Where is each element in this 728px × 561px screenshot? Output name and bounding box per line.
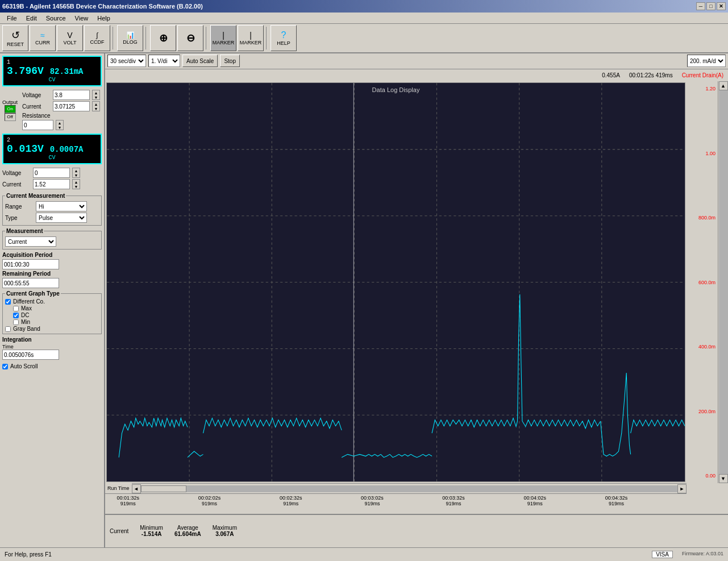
main-layout: 1 3.796V 82.31mA CV Output On Off Voltag… <box>0 53 728 547</box>
ch1-voltage-up[interactable]: ▲ <box>93 90 99 95</box>
max-checkbox[interactable] <box>13 306 19 311</box>
ch2-mode: CV <box>7 155 97 161</box>
ch2-current-input[interactable] <box>33 179 70 189</box>
menu-source[interactable]: Source <box>41 14 70 23</box>
ch1-resistance-spinner[interactable]: ▲ ▼ <box>56 120 64 130</box>
zoom-in-button[interactable]: ⊕ <box>150 25 176 51</box>
ch1-voltage-spinner[interactable]: ▲ ▼ <box>92 90 100 100</box>
chart-title: Data Log Display <box>372 86 420 93</box>
maximize-button[interactable]: □ <box>706 2 715 10</box>
h-scroll-bar[interactable]: ◄ ► <box>132 483 687 493</box>
scroll-down-button[interactable]: ▼ <box>719 474 728 483</box>
ch1-current-up[interactable]: ▲ <box>93 102 99 106</box>
maximum-value: 3.067A <box>215 531 234 537</box>
y-label-4: 400.0m <box>698 344 715 350</box>
maximum-stat: Maximum 3.067A <box>213 525 237 537</box>
min-checkbox[interactable] <box>13 319 19 325</box>
time-label-2: 00:02:32s919ms <box>280 495 302 506</box>
scroll-track-h[interactable] <box>141 485 677 492</box>
y-label-0: 1.20 <box>705 86 715 92</box>
measurement-title: Measurement <box>5 228 44 234</box>
ch1-controls: Output On Off Voltage ▲ ▼ Current <box>2 89 102 131</box>
ch2-voltage-input[interactable] <box>33 168 70 178</box>
time-label-0: 00:01:32s919ms <box>117 495 139 506</box>
menu-help[interactable]: Help <box>93 14 115 23</box>
zoom-out-button[interactable]: ⊖ <box>177 25 203 51</box>
dc-checkbox[interactable] <box>13 313 19 318</box>
ch2-voltage-spinner[interactable]: ▲ ▼ <box>72 168 80 178</box>
ch2-current-up[interactable]: ▲ <box>73 180 80 184</box>
measurement-select[interactable]: Current Voltage <box>5 236 56 247</box>
y-axis-labels: 1.20 1.00 800.0m 600.0m 400.0m 200.0m 0.… <box>687 81 718 483</box>
ch2-voltage-up[interactable]: ▲ <box>73 168 80 173</box>
min-label: Min <box>21 319 30 325</box>
voltage-label: Voltage <box>22 92 51 98</box>
menu-edit[interactable]: Edit <box>22 14 41 23</box>
y-scale-select[interactable]: 200. mA/d 100. mA/d <box>687 55 726 67</box>
close-button[interactable]: ✕ <box>717 2 726 10</box>
ccdf-button[interactable]: ∫ CCDF <box>84 25 110 51</box>
minimize-button[interactable]: ─ <box>696 2 705 10</box>
volt-button[interactable]: V VOLT <box>57 25 83 51</box>
ch1-resistance-up[interactable]: ▲ <box>56 120 63 125</box>
scroll-up-button[interactable]: ▲ <box>719 81 728 90</box>
channel1-display: 1 3.796V 82.31mA CV <box>2 56 102 86</box>
reset-button[interactable]: ↺ RESET <box>2 25 28 51</box>
range-label: Range <box>5 203 34 210</box>
marker2-button[interactable]: | MARKER <box>238 25 264 51</box>
chart-wrapper: Data Log Display <box>105 81 728 483</box>
ch1-mode: CV <box>7 77 97 83</box>
scroll-left-button[interactable]: ◄ <box>132 484 141 493</box>
ch1-on-button[interactable]: On <box>5 105 16 113</box>
ch1-current-down[interactable]: ▼ <box>93 106 99 111</box>
ch1-resistance-input[interactable] <box>22 120 53 130</box>
dc-label: DC <box>21 312 29 318</box>
acquisition-period-input[interactable] <box>2 259 59 269</box>
ch2-current-down[interactable]: ▼ <box>73 184 80 189</box>
type-select[interactable]: Pulse DC <box>36 213 87 223</box>
current-measurement-title: Current Measurement <box>5 193 66 199</box>
integration-label: Integration <box>2 336 102 343</box>
ch2-voltage-down[interactable]: ▼ <box>73 173 80 177</box>
right-panel: 30 sec/div 10 sec/div 1. V/di 0.5 V/di A… <box>105 53 728 547</box>
vertical-scrollbar[interactable]: ▲ ▼ <box>718 81 728 483</box>
ch1-voltage-input[interactable] <box>53 90 90 100</box>
remaining-period-input[interactable] <box>2 278 59 288</box>
h-scroll-area: Run Time ◄ ► <box>105 483 687 493</box>
ch1-resistance-down[interactable]: ▼ <box>56 125 63 130</box>
dlog-button[interactable]: 📊 DLOG <box>117 25 143 51</box>
scroll-track-vertical[interactable] <box>719 90 728 474</box>
scroll-thumb-h[interactable] <box>141 485 186 492</box>
auto-scroll-row: Auto Scroll <box>2 363 102 369</box>
stop-button[interactable]: Stop <box>220 55 240 67</box>
window-controls: ─ □ ✕ <box>696 2 726 10</box>
time-label-4: 00:03:32s919ms <box>442 495 465 506</box>
marker1-button[interactable]: | MARKER <box>210 25 236 51</box>
curr-button[interactable]: ≈ CURR <box>30 25 56 51</box>
ch1-current-spinner[interactable]: ▲ ▼ <box>92 101 100 111</box>
average-label: Average <box>177 525 198 531</box>
menu-view[interactable]: View <box>70 14 93 23</box>
status-bar: For Help, press F1 VISA Firmware: A:03.0… <box>0 547 728 561</box>
ch1-voltage-down[interactable]: ▼ <box>93 95 99 99</box>
maximum-label: Maximum <box>213 525 237 531</box>
time-label-3: 00:03:02s919ms <box>361 495 384 506</box>
volt-div-select[interactable]: 1. V/di 0.5 V/di <box>148 55 180 67</box>
integration-input[interactable]: 0.0050076s <box>2 350 59 360</box>
help-button[interactable]: ? HELP <box>271 25 297 51</box>
current-label: Current <box>22 103 51 110</box>
auto-scroll-checkbox[interactable] <box>2 364 8 369</box>
auto-scale-button[interactable]: Auto Scale <box>182 55 218 67</box>
time-div-select[interactable]: 30 sec/div 10 sec/div <box>107 55 146 67</box>
different-co-checkbox[interactable] <box>5 299 11 305</box>
ch2-current-spinner[interactable]: ▲ ▼ <box>72 179 80 189</box>
gray-band-checkbox[interactable] <box>5 326 11 332</box>
scroll-right-button[interactable]: ► <box>677 484 687 493</box>
menu-file[interactable]: File <box>2 14 22 23</box>
integration-sublabel: Time <box>2 344 102 350</box>
time-label-6: 00:04:32s919ms <box>605 495 628 506</box>
ch1-current-input[interactable] <box>53 101 90 111</box>
ch1-off-button[interactable]: Off <box>5 113 16 121</box>
range-select[interactable]: Hi Lo <box>36 201 87 211</box>
ch2-number: 2 <box>7 137 10 143</box>
